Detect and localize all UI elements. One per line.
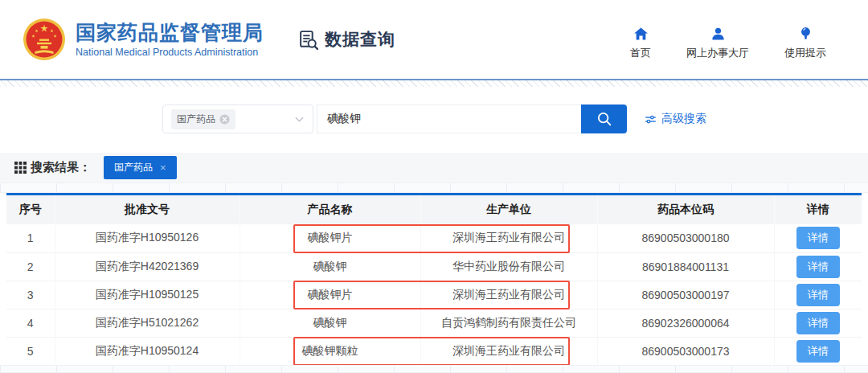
cell-product: 碘酸钾 [240, 309, 420, 337]
cell-no: 5 [6, 337, 55, 365]
table-header: 序号 批准文号 产品名称 生产单位 药品本位码 详情 [6, 195, 862, 224]
title-block: 国家药品监督管理局 National Medical Products Admi… [76, 21, 264, 58]
table-body: 1 国药准字H10950126 碘酸钾片 深圳海王药业有限公司 86900503… [6, 224, 862, 365]
results-bar: 搜索结果： 国产药品 × [0, 153, 868, 182]
cell-approval: 国药准字H42021369 [55, 252, 240, 281]
cell-code: 86902326000064 [597, 309, 774, 337]
tag-close-icon[interactable]: × [160, 162, 166, 173]
table-row: 4 国药准字H51021262 碘酸钾 自贡鸿鹤制药有限责任公司 8690232… [6, 309, 862, 337]
user-icon [710, 26, 727, 42]
search-input[interactable] [317, 105, 581, 133]
col-header-approval: 批准文号 [55, 195, 240, 224]
table-row: 1 国药准字H10950126 碘酸钾片 深圳海王药业有限公司 86900503… [6, 224, 862, 252]
cell-approval: 国药准字H10950124 [55, 337, 240, 365]
close-circle-icon[interactable] [219, 114, 230, 125]
nav-item-usage-tips[interactable]: 使用提示 [784, 26, 826, 60]
hatch-strip-top [0, 80, 868, 87]
document-search-icon [297, 29, 319, 51]
cell-approval: 国药准字H10950125 [55, 281, 240, 309]
cell-manufacturer: 深圳海王药业有限公司 [420, 281, 597, 309]
section-title-group: 数据查询 [297, 28, 395, 51]
table-row: 5 国药准字H10950124 碘酸钾颗粒 深圳海王药业有限公司 8690050… [6, 337, 862, 365]
detail-button[interactable]: 详情 [796, 256, 840, 278]
search-icon [596, 110, 613, 128]
cell-approval: 国药准字H10950126 [55, 224, 240, 252]
national-emblem-icon [23, 18, 66, 61]
cell-manufacturer: 自贡鸿鹤制药有限责任公司 [420, 309, 597, 337]
col-header-detail: 详情 [774, 195, 862, 224]
detail-button[interactable]: 详情 [796, 227, 840, 249]
cell-no: 4 [6, 309, 55, 337]
results-filter-tag[interactable]: 国产药品 × [104, 156, 177, 179]
detail-button[interactable]: 详情 [796, 340, 840, 363]
table-row: 2 国药准字H42021369 碘酸钾 华中药业股份有限公司 869018840… [6, 252, 862, 281]
grid-icon [14, 162, 27, 174]
cell-manufacturer: 华中药业股份有限公司 [420, 252, 597, 281]
cell-product: 碘酸钾 [240, 252, 420, 281]
cell-code: 86901884001131 [597, 252, 774, 281]
cell-manufacturer: 深圳海王药业有限公司 [420, 337, 597, 365]
cell-approval: 国药准字H51021262 [55, 309, 240, 337]
nav-item-home[interactable]: 首页 [630, 26, 651, 60]
cell-no: 2 [6, 252, 55, 281]
detail-button[interactable]: 详情 [796, 284, 840, 306]
section-title: 数据查询 [325, 28, 395, 51]
checker-strip-middle [0, 182, 868, 193]
top-nav: 首页 网上办事大厅 使用提示 [630, 26, 826, 60]
col-header-manufacturer: 生产单位 [420, 195, 597, 224]
nav-item-service-hall[interactable]: 网上办事大厅 [686, 26, 749, 60]
filter-sliders-icon [645, 113, 657, 125]
col-header-code: 药品本位码 [597, 195, 774, 224]
cell-product: 碘酸钾颗粒 [240, 337, 420, 365]
cell-code: 86900503000180 [597, 224, 774, 252]
page: 国家药品监督管理局 National Medical Products Admi… [0, 0, 868, 373]
detail-button[interactable]: 详情 [796, 312, 840, 334]
site-title: 国家药品监督管理局 [76, 21, 264, 44]
nav-label: 网上办事大厅 [686, 46, 749, 60]
advanced-search-link[interactable]: 高级搜索 [645, 112, 706, 126]
cell-no: 3 [6, 281, 55, 309]
cell-product: 碘酸钾片 [240, 224, 420, 252]
cell-code: 86900503000197 [597, 281, 774, 309]
cell-product: 碘酸钾片 [240, 281, 420, 309]
col-header-no: 序号 [6, 195, 55, 224]
results-label: 搜索结果： [31, 160, 91, 175]
search-bar: 国产药品 高级搜索 [162, 105, 706, 133]
filter-tag-label: 国产药品 [114, 161, 153, 174]
category-select[interactable]: 国产药品 [162, 105, 313, 133]
results-label-group: 搜索结果： [14, 160, 91, 175]
nav-label: 使用提示 [784, 46, 826, 60]
table-row: 3 国药准字H10950125 碘酸钾片 深圳海王药业有限公司 86900503… [6, 281, 862, 309]
logo-group: 国家药品监督管理局 National Medical Products Admi… [23, 18, 264, 61]
search-button[interactable] [581, 105, 627, 133]
cell-code: 86900503000173 [597, 337, 774, 365]
checker-strip-bottom [0, 365, 868, 373]
advanced-search-label: 高级搜索 [661, 112, 706, 126]
cell-no: 1 [6, 224, 55, 252]
chevron-down-icon [294, 114, 305, 125]
col-header-product: 产品名称 [240, 195, 420, 224]
lightbulb-icon [797, 26, 814, 42]
nav-label: 首页 [630, 46, 651, 60]
cell-manufacturer: 深圳海王药业有限公司 [420, 224, 597, 252]
top-header: 国家药品监督管理局 National Medical Products Admi… [0, 0, 868, 79]
site-subtitle: National Medical Products Administration [76, 47, 264, 58]
category-tag[interactable]: 国产药品 [171, 109, 235, 129]
home-icon [633, 26, 649, 42]
category-tag-label: 国产药品 [177, 113, 215, 126]
results-table: 序号 批准文号 产品名称 生产单位 药品本位码 详情 1 国药准字H109501… [6, 193, 862, 366]
